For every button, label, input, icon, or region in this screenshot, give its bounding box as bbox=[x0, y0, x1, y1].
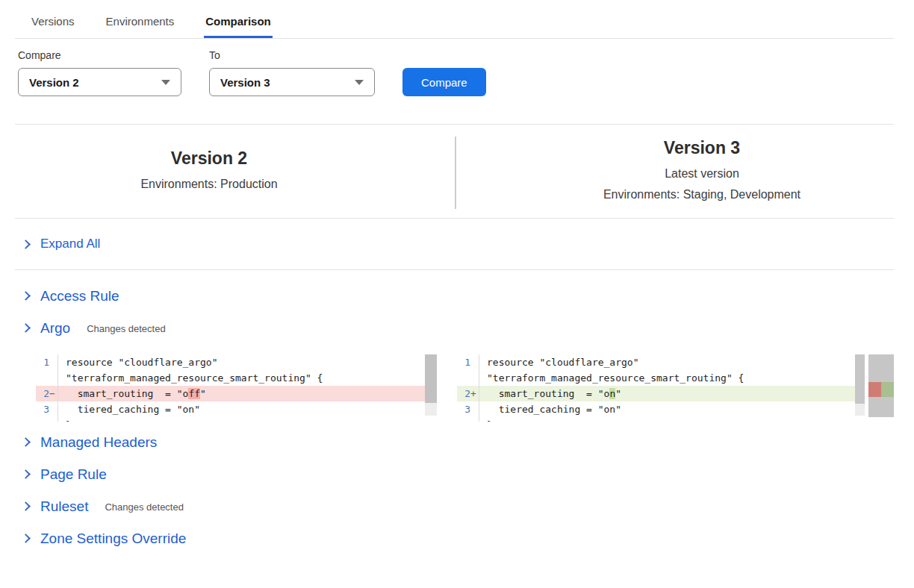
to-label: To bbox=[209, 49, 375, 61]
version-right-environments: Environments: Staging, Development bbox=[493, 184, 911, 205]
comparison-page: Versions Environments Comparison Compare… bbox=[0, 0, 914, 588]
minimap-added-mark bbox=[881, 382, 894, 397]
compare-version-value: Version 2 bbox=[29, 76, 79, 89]
chevron-right-icon[interactable] bbox=[21, 291, 31, 301]
diff-minimap-change-mark bbox=[868, 382, 894, 397]
section-label[interactable]: Zone Settings Override bbox=[40, 531, 186, 547]
tab-versions[interactable]: Versions bbox=[30, 0, 76, 38]
version-right-title: Version 3 bbox=[493, 138, 911, 158]
changes-detected-badge: Changes detected bbox=[105, 500, 184, 513]
minimap-removed-mark bbox=[868, 382, 881, 397]
removed-word-highlight: ff bbox=[188, 388, 200, 399]
chevron-down-icon bbox=[355, 80, 364, 85]
code-line-removed: 2− smart_routing = "off" bbox=[36, 386, 437, 401]
resource-sections: Access Rule Argo Changes detected 1 reso… bbox=[0, 270, 914, 554]
code-text: tiered_caching = "on" bbox=[479, 401, 621, 417]
section-label[interactable]: Ruleset bbox=[40, 498, 88, 515]
scrollbar[interactable] bbox=[855, 354, 865, 416]
code-text: "terraform_managed_resource_smart_routin… bbox=[479, 370, 744, 386]
version-left-header: Version 2 Environments: Production bbox=[15, 148, 403, 195]
line-number: 3 bbox=[36, 401, 49, 417]
code-text: "terraform_managed_resource_smart_routin… bbox=[58, 370, 323, 386]
compare-label: Compare bbox=[18, 49, 181, 61]
chevron-right-icon[interactable] bbox=[21, 240, 31, 249]
diff-pane-old: 1 resource "cloudflare_argo" "terraform_… bbox=[36, 354, 437, 422]
added-marker: + bbox=[470, 386, 479, 401]
code-block-new: 1 resource "cloudflare_argo" "terraform_… bbox=[457, 354, 855, 422]
code-text: resource "cloudflare_argo" bbox=[479, 354, 639, 370]
version-left-title: Version 2 bbox=[15, 148, 403, 169]
scrollbar[interactable] bbox=[425, 354, 437, 416]
section-zone-settings-override[interactable]: Zone Settings Override bbox=[0, 522, 914, 554]
to-version-select[interactable]: Version 3 bbox=[209, 68, 375, 96]
line-number: 3 bbox=[457, 401, 470, 417]
section-label[interactable]: Page Rule bbox=[40, 466, 107, 483]
code-text: } bbox=[58, 417, 72, 422]
version-right-subtitle: Latest version bbox=[493, 163, 911, 184]
section-access-rule[interactable]: Access Rule bbox=[0, 280, 914, 312]
section-managed-headers[interactable]: Managed Headers bbox=[0, 426, 914, 458]
expand-all-row[interactable]: Expand All bbox=[0, 219, 914, 269]
expand-all-link[interactable]: Expand All bbox=[40, 237, 100, 251]
section-label[interactable]: Access Rule bbox=[40, 288, 119, 304]
chevron-down-icon bbox=[161, 80, 170, 85]
compare-filters: Compare Version 2 To Version 3 Compare bbox=[0, 39, 914, 124]
code-text: resource "cloudflare_argo" bbox=[58, 354, 218, 370]
chevron-right-icon[interactable] bbox=[21, 323, 31, 333]
code-line: 1 resource "cloudflare_argo" bbox=[36, 354, 437, 370]
code-line-wrap: "terraform_managed_resource_smart_routin… bbox=[457, 370, 855, 386]
chevron-right-icon[interactable] bbox=[21, 437, 31, 447]
code-line-clipped: } bbox=[36, 417, 437, 422]
line-number: 1 bbox=[36, 354, 49, 370]
tab-bar: Versions Environments Comparison bbox=[15, 0, 894, 39]
code-text: smart_routing = "on" bbox=[479, 386, 621, 401]
changes-detected-badge: Changes detected bbox=[87, 322, 166, 334]
to-field: To Version 3 bbox=[209, 49, 375, 96]
diff-pane-new: 1 resource "cloudflare_argo" "terraform_… bbox=[457, 354, 894, 422]
section-label[interactable]: Argo bbox=[40, 320, 70, 337]
code-line: 3 tiered_caching = "on" bbox=[36, 401, 437, 417]
compare-field: Compare Version 2 bbox=[18, 49, 181, 96]
version-right-header: Version 3 Latest version Environments: S… bbox=[493, 138, 911, 205]
code-text: tiered_caching = "on" bbox=[58, 401, 200, 417]
code-line-clipped: } bbox=[457, 417, 855, 422]
column-divider bbox=[455, 137, 456, 209]
line-number: 2 bbox=[457, 386, 470, 401]
scrollbar-thumb[interactable] bbox=[855, 354, 865, 404]
section-ruleset[interactable]: Ruleset Changes detected bbox=[0, 490, 914, 522]
tab-environments[interactable]: Environments bbox=[105, 0, 176, 38]
scrollbar-thumb[interactable] bbox=[425, 354, 437, 403]
argo-diff: 1 resource "cloudflare_argo" "terraform_… bbox=[36, 354, 914, 422]
to-version-value: Version 3 bbox=[220, 76, 270, 89]
compare-button[interactable]: Compare bbox=[402, 68, 486, 96]
removed-marker: − bbox=[49, 386, 57, 401]
tab-comparison[interactable]: Comparison bbox=[204, 0, 273, 38]
code-line: 1 resource "cloudflare_argo" bbox=[457, 354, 855, 370]
chevron-right-icon[interactable] bbox=[21, 501, 31, 511]
section-page-rule[interactable]: Page Rule bbox=[0, 458, 914, 490]
code-line-wrap: "terraform_managed_resource_smart_routin… bbox=[36, 370, 437, 386]
chevron-right-icon[interactable] bbox=[21, 534, 31, 543]
code-line-added: 2+ smart_routing = "on" bbox=[457, 386, 855, 401]
diff-minimap[interactable] bbox=[868, 354, 894, 417]
line-number: 2 bbox=[36, 386, 49, 401]
code-text: } bbox=[479, 417, 493, 422]
version-headers: Version 2 Environments: Production Versi… bbox=[0, 125, 914, 218]
code-text: smart_routing = "off" bbox=[58, 386, 206, 401]
line-number: 1 bbox=[457, 354, 470, 370]
version-left-environments: Environments: Production bbox=[15, 174, 403, 195]
code-line: 3 tiered_caching = "on" bbox=[457, 401, 855, 417]
code-block-old: 1 resource "cloudflare_argo" "terraform_… bbox=[36, 354, 437, 422]
section-label[interactable]: Managed Headers bbox=[40, 434, 157, 451]
section-argo[interactable]: Argo Changes detected bbox=[0, 312, 914, 344]
chevron-right-icon[interactable] bbox=[21, 469, 31, 479]
compare-version-select[interactable]: Version 2 bbox=[18, 68, 181, 96]
